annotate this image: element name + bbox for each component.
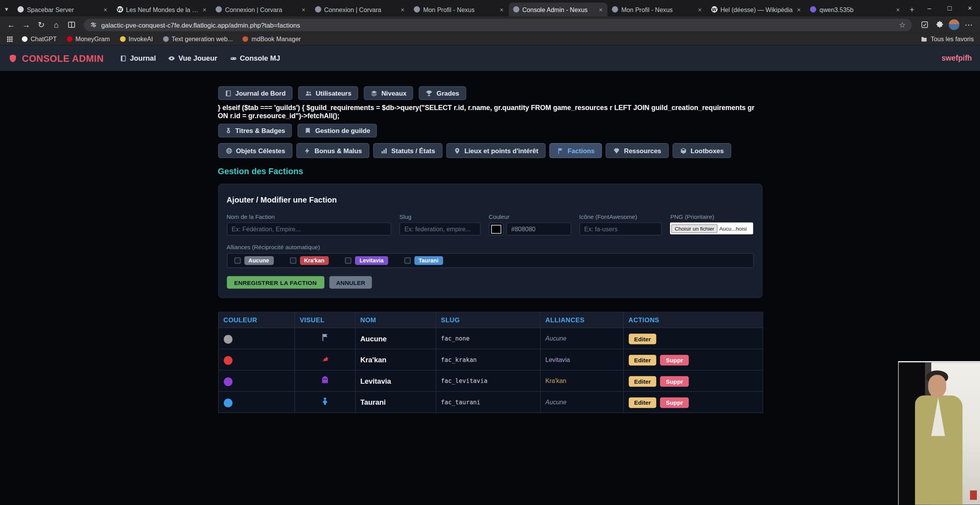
tab-close-icon[interactable]: × [301, 6, 306, 13]
tab-factions[interactable]: Factions [550, 143, 602, 159]
bookmark-item[interactable]: ChatGPT [22, 36, 56, 43]
icon-input[interactable] [579, 223, 662, 236]
alliance-option[interactable]: Taurani [404, 257, 443, 266]
browser-tab[interactable]: WHel (déesse) — Wikipédia× [707, 2, 806, 16]
browser-tab-strip: Spacebar Server×WLes Neuf Mondes de la M… [13, 2, 905, 16]
section-title: Gestion des Factions [218, 167, 762, 176]
alliance-option[interactable]: Aucune [234, 257, 273, 266]
browser-tab[interactable]: Mon Profil - Nexus× [607, 2, 707, 16]
cancel-button[interactable]: ANNULER [329, 276, 372, 289]
forward-button[interactable]: → [19, 18, 34, 31]
faction-name-input[interactable] [227, 223, 392, 236]
browser-tab[interactable]: qwen3.535b× [806, 2, 905, 16]
color-hex-input[interactable] [506, 223, 571, 236]
browser-tab[interactable]: Mon Profil - Nexus× [410, 2, 509, 16]
site-info-icon[interactable] [90, 21, 97, 28]
tab-search-button[interactable]: ▾ [0, 2, 13, 16]
apps-grid-icon[interactable] [6, 36, 13, 43]
form-fields-row: Nom de la Faction Slug Couleur [227, 213, 754, 236]
tab-close-icon[interactable]: × [896, 6, 901, 13]
tab-lieux-poi[interactable]: Lieux et points d'intérêt [446, 143, 546, 159]
refresh-button[interactable]: ↻ [34, 18, 49, 31]
bookmark-item[interactable]: mdBook Manager [243, 36, 301, 43]
delete-button[interactable]: Suppr [660, 376, 689, 387]
niveaux-button[interactable]: Niveaux [364, 86, 413, 100]
trophy-icon [426, 90, 433, 97]
alliance-checkbox[interactable] [404, 258, 410, 264]
header-nav-console-mj[interactable]: Console MJ [230, 54, 280, 62]
titres-badges-button[interactable]: Titres & Badges [218, 124, 292, 138]
slug-input[interactable] [399, 223, 481, 236]
header-nav-label: Journal [130, 54, 156, 62]
file-input[interactable]: Choisir un fichier Aucu...hoisi [670, 223, 754, 235]
url-text[interactable]: galactic-pve-conquest-c7fe.dev.flatlogic… [101, 21, 894, 28]
grades-button[interactable]: Grades [419, 86, 466, 100]
browser-tab[interactable]: Spacebar Server× [13, 2, 112, 16]
alliance-checkbox[interactable] [234, 258, 240, 264]
browser-essentials-icon[interactable] [917, 18, 932, 31]
tab-close-icon[interactable]: × [499, 6, 504, 13]
address-bar[interactable]: galactic-pve-conquest-c7fe.dev.flatlogic… [84, 18, 912, 31]
bookmark-item[interactable]: MoneyGram [66, 36, 110, 43]
tab-lootboxes[interactable]: Lootboxes [672, 143, 731, 159]
tab-close-icon[interactable]: × [796, 6, 802, 13]
header-nav-vue-joueur[interactable]: Vue Joueur [168, 54, 217, 62]
edit-button[interactable]: Editer [628, 355, 656, 365]
delete-button[interactable]: Suppr [660, 355, 689, 365]
edit-button[interactable]: Editer [628, 334, 656, 344]
file-status-text: Aucu...hoisi [719, 225, 747, 232]
bookmark-item[interactable]: InvokeAI [120, 36, 153, 43]
tab-close-icon[interactable]: × [400, 6, 405, 13]
utilisateurs-button[interactable]: Utilisateurs [298, 86, 359, 100]
alliance-checkbox[interactable] [290, 258, 296, 264]
edit-button[interactable]: Editer [628, 376, 656, 387]
edit-button[interactable]: Editer [628, 398, 656, 408]
new-tab-button[interactable]: + [905, 2, 919, 16]
file-choose-button[interactable]: Choisir un fichier [672, 224, 718, 233]
settings-menu-icon[interactable]: ⋯ [961, 18, 976, 31]
tab-close-icon[interactable]: × [103, 6, 108, 13]
maximize-button[interactable]: □ [940, 0, 960, 16]
couleur-label: Couleur [489, 213, 571, 220]
all-favorites-button[interactable]: Tous les favoris [920, 36, 973, 43]
cell-slug: fac_levitavia [436, 370, 540, 392]
tab-close-icon[interactable]: × [202, 6, 207, 13]
back-button[interactable]: ← [4, 18, 19, 31]
alliance-option[interactable]: Levitavia [345, 257, 388, 266]
browser-tab[interactable]: Connexion | Corvara× [310, 2, 410, 16]
browser-tab[interactable]: Console Admin - Nexus× [509, 2, 608, 16]
minimize-button[interactable]: – [919, 0, 939, 16]
cell-visuel [294, 370, 355, 392]
username[interactable]: swefpifh [942, 54, 972, 63]
table-body: Aucunefac_noneAucuneEditerKra'kanfac_kra… [218, 328, 763, 413]
tab-ressources[interactable]: Ressources [606, 143, 669, 159]
extensions-icon[interactable] [932, 18, 947, 31]
tab-bonus-malus[interactable]: Bonus & Malus [296, 143, 369, 159]
cell-actions: EditerSuppr [623, 349, 762, 370]
close-button[interactable]: × [960, 0, 980, 16]
cell-couleur [218, 328, 294, 349]
profile-avatar[interactable] [949, 19, 959, 30]
favorite-star-icon[interactable]: ☆ [899, 20, 905, 29]
gestion-guilde-button[interactable]: Gestion de guilde [298, 124, 377, 138]
shield-icon [8, 53, 18, 63]
color-picker[interactable] [489, 223, 504, 236]
tab-statuts-etats[interactable]: Statuts / États [373, 143, 443, 159]
alliance-checkbox[interactable] [345, 258, 351, 264]
split-screen-icon[interactable] [64, 18, 79, 31]
delete-button[interactable]: Suppr [660, 398, 689, 408]
journal-de-bord-button[interactable]: Journal de Bord [218, 86, 292, 100]
field-icone: Icône (FontAwesome) [579, 213, 662, 236]
browser-tab[interactable]: WLes Neuf Mondes de la Mytho...× [112, 2, 212, 16]
bookmark-item[interactable]: Text generation web... [163, 36, 233, 43]
save-faction-button[interactable]: ENREGISTRER LA FACTION [227, 276, 324, 289]
tab-close-icon[interactable]: × [598, 6, 603, 13]
browser-tab[interactable]: Connexion | Corvara× [211, 2, 310, 16]
bookmark-favicon [22, 36, 27, 42]
home-button[interactable]: ⌂ [49, 18, 64, 31]
tab-objets-celestes[interactable]: Objets Célestes [218, 143, 293, 159]
alliance-option[interactable]: Kra'kan [290, 257, 329, 266]
tab-close-icon[interactable]: × [697, 6, 702, 13]
header-nav-journal[interactable]: Journal [120, 54, 156, 62]
pip-video[interactable] [898, 361, 980, 505]
